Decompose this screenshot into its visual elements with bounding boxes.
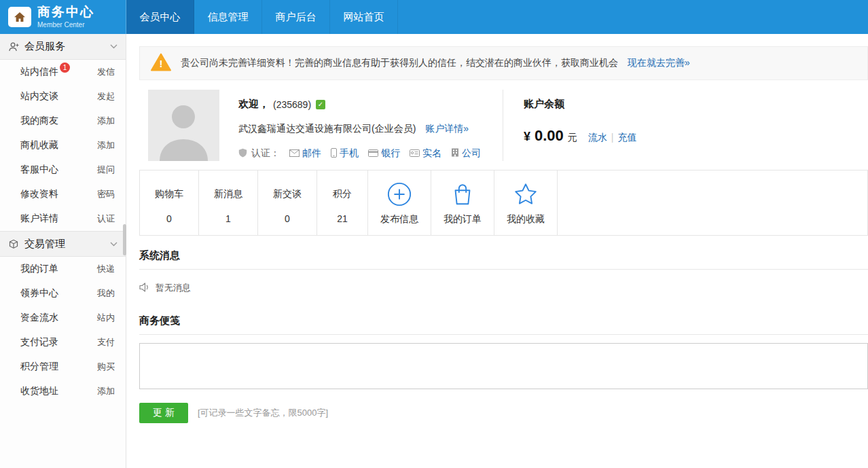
account-detail-link[interactable]: 账户详情» xyxy=(425,123,469,134)
primary-nav: 会员中心 信息管理 商户后台 网站首页 xyxy=(126,0,398,34)
balance-section: 账户余额 ¥ 0.00 元 流水 | 充值 xyxy=(503,90,868,161)
cert-company-link[interactable]: 公司 xyxy=(451,147,481,160)
update-button[interactable]: 更 新 xyxy=(139,403,188,423)
chevron-down-icon xyxy=(110,44,117,49)
sidebar-item-left: 修改资料 xyxy=(20,188,97,200)
stat-label: 积分 xyxy=(333,179,352,210)
shortcut-publish-info[interactable]: 发布信息 xyxy=(368,170,431,235)
sidebar-item-profile[interactable]: 修改资料 密码 xyxy=(0,182,126,206)
nav-tab-info-management[interactable]: 信息管理 xyxy=(194,0,262,34)
sidebar-item-action[interactable]: 我的 xyxy=(97,287,115,300)
speaker-icon xyxy=(139,283,150,294)
cert-line: 认证： 邮件 手机 银行 实名 xyxy=(238,147,503,160)
section-title: 交易管理 xyxy=(24,238,105,251)
nav-tab-merchant-backend[interactable]: 商户后台 xyxy=(262,0,330,34)
app-subtitle: Member Center xyxy=(37,21,94,29)
sidebar-section-member-services[interactable]: 会员服务 xyxy=(0,34,126,60)
person-icon xyxy=(8,41,19,52)
sidebar-item-action[interactable]: 发信 xyxy=(97,66,115,78)
sidebar-scrollbar[interactable] xyxy=(123,224,126,255)
sidebar-item-orders[interactable]: 我的订单 快递 xyxy=(0,257,126,281)
memo-textarea[interactable] xyxy=(139,343,868,389)
stats-filler xyxy=(558,170,867,235)
stat-label: 新交谈 xyxy=(273,179,302,210)
cert-text: 公司 xyxy=(462,147,481,160)
stat-points[interactable]: 积分 21 xyxy=(317,170,368,235)
sidebar-item-left: 站内信件 1 xyxy=(20,66,97,78)
app-logo[interactable]: 商务中心 Member Center xyxy=(0,0,126,34)
currency-symbol: ¥ xyxy=(524,130,530,144)
stat-value: 1 xyxy=(225,213,231,224)
link-separator: | xyxy=(611,132,614,143)
flow-link[interactable]: 流水 xyxy=(588,132,607,144)
sidebar-item-favorites[interactable]: 商机收藏 添加 xyxy=(0,133,126,158)
sidebar-item-funds[interactable]: 资金流水 站内 xyxy=(0,306,126,330)
sidebar-item-chat[interactable]: 站内交谈 发起 xyxy=(0,84,126,109)
sidebar-item-left: 领券中心 xyxy=(20,287,97,300)
sidebar-item-address[interactable]: 收货地址 添加 xyxy=(0,379,126,403)
sidebar-item-action[interactable]: 发起 xyxy=(97,90,115,103)
sidebar-item-action[interactable]: 添加 xyxy=(97,385,115,397)
shortcut-label: 我的订单 xyxy=(444,213,482,226)
avatar[interactable] xyxy=(148,90,219,161)
cert-text: 手机 xyxy=(340,147,359,160)
sidebar-item-coupons[interactable]: 领券中心 我的 xyxy=(0,281,126,306)
package-icon xyxy=(8,238,19,249)
nav-tab-member-center[interactable]: 会员中心 xyxy=(126,0,194,34)
stat-new-chats[interactable]: 新交谈 0 xyxy=(258,170,317,235)
stat-value: 0 xyxy=(285,213,290,224)
sidebar-item-support[interactable]: 客服中心 提问 xyxy=(0,158,126,182)
sidebar-item-friends[interactable]: 我的商友 添加 xyxy=(0,109,126,133)
sidebar-item-left: 收货地址 xyxy=(20,385,97,397)
shortcut-my-orders[interactable]: 我的订单 xyxy=(431,170,494,235)
app-title: 商务中心 xyxy=(37,5,94,20)
stat-label: 新消息 xyxy=(214,179,242,210)
sidebar-item-action[interactable]: 站内 xyxy=(97,312,115,324)
sidebar-item-left: 我的订单 xyxy=(20,263,97,275)
cert-text: 实名 xyxy=(422,147,441,160)
sidebar-item-left: 资金流水 xyxy=(20,312,97,324)
complete-profile-link[interactable]: 现在就去完善» xyxy=(628,57,690,69)
sidebar-item-action[interactable]: 密码 xyxy=(97,188,115,200)
sidebar-item-mail[interactable]: 站内信件 1 发信 xyxy=(0,60,126,84)
company-line: 武汉鑫瑞通达交通设施有限公司(企业会员) 账户详情» xyxy=(238,123,503,135)
verified-check-icon: ✓ xyxy=(316,100,325,109)
balance-amount: 0.00 xyxy=(535,127,564,145)
main-content: ! 贵公司尚未完善详细资料！完善的商业信息有助于获得别人的信任，结交潜在的商业伙… xyxy=(126,34,868,468)
shopping-bag-icon xyxy=(450,179,475,210)
cert-realname-link[interactable]: 实名 xyxy=(410,147,441,160)
stat-cart[interactable]: 购物车 0 xyxy=(140,170,199,235)
cert-phone-link[interactable]: 手机 xyxy=(331,147,359,160)
notice-banner: ! 贵公司尚未完善详细资料！完善的商业信息有助于获得别人的信任，结交潜在的商业伙… xyxy=(139,46,868,80)
sidebar-item-action[interactable]: 购买 xyxy=(97,361,115,373)
sidebar-item-payments[interactable]: 支付记录 支付 xyxy=(0,330,126,355)
stat-new-messages[interactable]: 新消息 1 xyxy=(199,170,258,235)
sidebar-item-label: 商机收藏 xyxy=(20,139,58,151)
sidebar-item-label: 领券中心 xyxy=(20,287,58,300)
sidebar-item-action[interactable]: 快递 xyxy=(97,263,115,275)
cert-email-link[interactable]: 邮件 xyxy=(289,147,321,160)
cert-bank-link[interactable]: 银行 xyxy=(368,147,400,160)
shortcut-my-favorites[interactable]: 我的收藏 xyxy=(494,170,558,235)
sidebar-item-label: 客服中心 xyxy=(20,164,58,176)
sidebar-item-action[interactable]: 添加 xyxy=(97,115,115,127)
balance-title: 账户余额 xyxy=(524,98,868,111)
profile-info: 欢迎， (235689) ✓ 武汉鑫瑞通达交通设施有限公司(企业会员) 账户详情… xyxy=(238,90,503,161)
recharge-link[interactable]: 充值 xyxy=(617,132,636,144)
sidebar-item-left: 站内交谈 xyxy=(20,90,97,103)
cert-label: 认证： xyxy=(251,147,280,160)
sidebar-item-left: 支付记录 xyxy=(20,336,97,348)
sidebar-item-action[interactable]: 添加 xyxy=(97,139,115,151)
sidebar-item-account[interactable]: 账户详情 认证 xyxy=(0,206,126,231)
sidebar-item-action[interactable]: 支付 xyxy=(97,336,115,348)
star-icon xyxy=(513,179,539,210)
sidebar-item-points[interactable]: 积分管理 购买 xyxy=(0,355,126,379)
nav-tab-site-home[interactable]: 网站首页 xyxy=(330,0,398,34)
empty-message-text: 暂无消息 xyxy=(156,282,191,294)
sidebar-item-action[interactable]: 认证 xyxy=(97,213,115,225)
sidebar-section-trade-management[interactable]: 交易管理 xyxy=(0,231,126,257)
notice-text: 贵公司尚未完善详细资料！完善的商业信息有助于获得别人的信任，结交潜在的商业伙伴，… xyxy=(181,57,618,69)
sidebar-item-action[interactable]: 提问 xyxy=(97,164,115,176)
member-id: (235689) xyxy=(273,99,311,110)
memo-actions: 更 新 [可记录一些文字备忘，限5000字] xyxy=(139,403,868,423)
